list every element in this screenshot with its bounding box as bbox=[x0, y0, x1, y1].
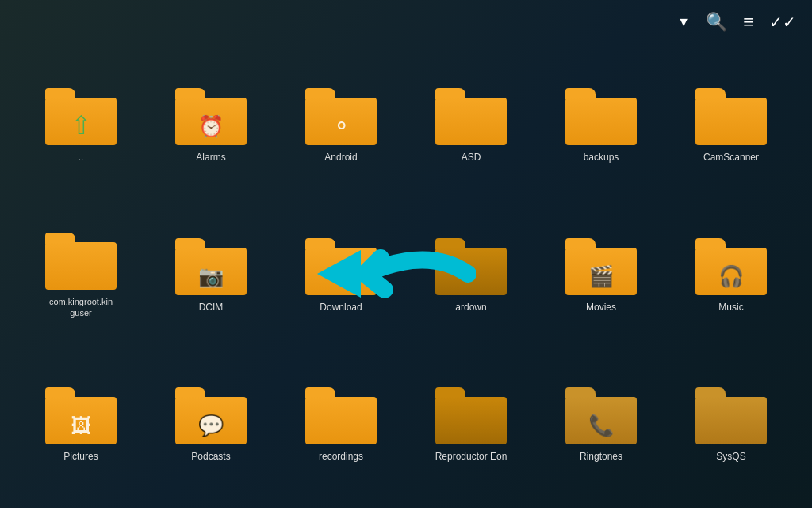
image-icon: 🖼 bbox=[71, 414, 91, 438]
folder-dcim[interactable]: 📷 DCIM bbox=[146, 201, 276, 350]
folder-pictures[interactable]: 🖼 Pictures bbox=[16, 351, 146, 500]
folder-label: .. bbox=[79, 152, 84, 164]
folder-label: Podcasts bbox=[191, 451, 230, 464]
folder-label: Alarms bbox=[196, 152, 225, 164]
folder-label: Pictures bbox=[63, 451, 98, 464]
folder-up[interactable]: ⇧ .. bbox=[16, 52, 146, 201]
folder-sysqs[interactable]: SysQS bbox=[666, 351, 796, 500]
folder-label: Music bbox=[718, 302, 743, 314]
folder-markdown[interactable]: ardown bbox=[406, 201, 536, 350]
movie-icon: 🎬 bbox=[588, 264, 614, 289]
file-grid: ⇧ .. ⏰ Alarms ⚬ Android ASD bbox=[0, 44, 812, 508]
folder-reproductor[interactable]: Reproductor Eon bbox=[406, 351, 536, 500]
up-arrow-icon: ⇧ bbox=[71, 110, 92, 140]
folder-download[interactable]: ⇓ Download bbox=[276, 201, 406, 350]
folder-camscanner[interactable]: CamScanner bbox=[666, 52, 796, 201]
folder-label: SysQS bbox=[716, 451, 745, 464]
folder-recordings[interactable]: recordings bbox=[276, 351, 406, 500]
folder-label: backups bbox=[584, 152, 619, 164]
list-icon[interactable]: ≡ bbox=[743, 12, 753, 33]
folder-label: Download bbox=[320, 302, 362, 314]
folder-backups[interactable]: backups bbox=[536, 52, 666, 201]
check-icon[interactable]: ✓✓ bbox=[769, 13, 796, 32]
android-icon: ⚬ bbox=[332, 113, 350, 139]
folder-label: ASD bbox=[462, 152, 481, 164]
alarm-icon: ⏰ bbox=[198, 114, 224, 139]
folder-label: Ringtones bbox=[580, 451, 622, 464]
folder-label: ardown bbox=[455, 302, 486, 314]
folder-ringtones[interactable]: 📞 Ringtones bbox=[536, 351, 666, 500]
triangle-icon: ▼ bbox=[677, 15, 690, 29]
search-icon[interactable]: 🔍 bbox=[706, 12, 727, 33]
chat-icon: 💬 bbox=[198, 414, 224, 438]
folder-movies[interactable]: 🎬 Movies bbox=[536, 201, 666, 350]
folder-alarms[interactable]: ⏰ Alarms bbox=[146, 52, 276, 201]
folder-label: Reproductor Eon bbox=[435, 451, 508, 464]
headphones-icon: 🎧 bbox=[718, 264, 744, 289]
folder-label: DCIM bbox=[199, 302, 224, 314]
folder-android[interactable]: ⚬ Android bbox=[276, 52, 406, 201]
folder-asd[interactable]: ASD bbox=[406, 52, 536, 201]
header: ▼ 🔍 ≡ ✓✓ bbox=[0, 0, 812, 44]
folder-podcasts[interactable]: 💬 Podcasts bbox=[146, 351, 276, 500]
folder-label: Android bbox=[324, 152, 357, 164]
folder-label: com.kingroot.kinguser bbox=[49, 296, 113, 319]
folder-label: recordings bbox=[319, 451, 363, 464]
phone-ring-icon: 📞 bbox=[588, 414, 614, 438]
folder-label: CamScanner bbox=[703, 152, 759, 164]
folder-music[interactable]: 🎧 Music bbox=[666, 201, 796, 350]
camera-icon: 📷 bbox=[198, 264, 224, 289]
download-icon: ⇓ bbox=[332, 264, 350, 289]
folder-comkingroot[interactable]: com.kingroot.kinguser bbox=[16, 201, 146, 350]
folder-label: Movies bbox=[586, 302, 616, 314]
